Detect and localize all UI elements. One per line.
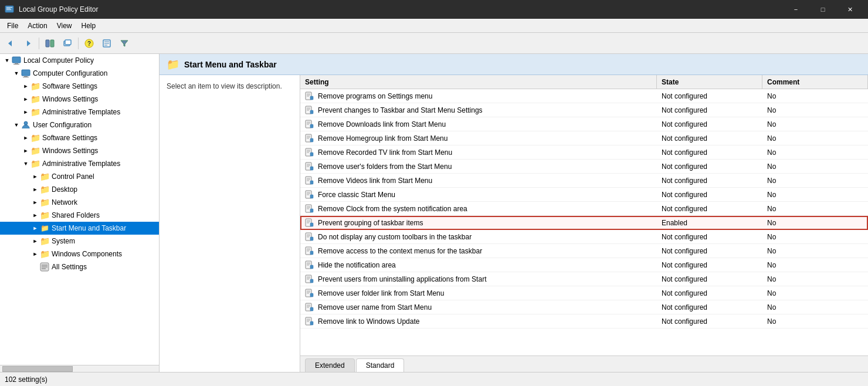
settings-row-name: Do not display any custom toolbars in th… [318, 233, 657, 241]
settings-row[interactable]: Prevent changes to Taskbar and Start Men… [300, 103, 868, 117]
expander-admin-templates-user[interactable]: ▼ [21, 159, 30, 168]
tree-item-local-computer-policy[interactable]: ▼ Local Computer Policy [0, 54, 159, 67]
policy-row-icon [300, 246, 318, 256]
expander-shared-folders[interactable]: ► [30, 211, 40, 220]
tree-item-computer-config[interactable]: ▼ Computer Configuration [0, 67, 159, 80]
tree-label-windows-settings-comp: Windows Settings [42, 95, 98, 103]
settings-row[interactable]: Remove Clock from the system notificatio… [300, 202, 868, 216]
tree-hscrollbar-thumb[interactable] [2, 366, 73, 372]
settings-row[interactable]: Remove Homegroup link from Start MenuNot… [300, 131, 868, 145]
expander-system[interactable]: ► [30, 236, 40, 246]
tree-item-network[interactable]: ► 📁 Network [0, 196, 159, 209]
settings-panel: Setting State Comment Remove programs on… [300, 75, 868, 372]
expander-user-config[interactable]: ▼ [12, 120, 21, 130]
tree-item-software-settings-comp[interactable]: ► 📁 Software Settings [0, 80, 159, 93]
settings-row-state: Not configured [657, 106, 762, 114]
expander-start-menu-taskbar[interactable]: ► [30, 224, 40, 233]
settings-row[interactable]: Remove Recorded TV link from Start MenuN… [300, 145, 868, 160]
menu-action[interactable]: Action [23, 21, 52, 31]
expander-computer-config[interactable]: ▼ [12, 69, 21, 78]
menu-view[interactable]: View [52, 21, 77, 31]
tree-hscrollbar[interactable] [0, 365, 159, 372]
folder-desktop-icon: 📁 [40, 185, 49, 194]
settings-row[interactable]: Prevent grouping of taskbar itemsEnabled… [300, 216, 868, 230]
expander-windows-components[interactable]: ► [30, 249, 40, 259]
folder-software-settings-comp-icon: 📁 [30, 82, 40, 91]
settings-row-comment: No [762, 233, 868, 241]
tree-item-software-settings-user[interactable]: ► 📁 Software Settings [0, 131, 159, 144]
filter-button[interactable] [116, 35, 133, 52]
settings-row[interactable]: Remove user folder link from Start MenuN… [300, 286, 868, 300]
tree-item-windows-settings-user[interactable]: ► 📁 Windows Settings [0, 144, 159, 157]
settings-header: Setting State Comment [300, 75, 868, 89]
forward-button[interactable] [20, 35, 36, 52]
svg-rect-69 [310, 209, 313, 212]
settings-row[interactable]: Hide the notification areaNot configured… [300, 258, 868, 272]
svg-rect-2 [6, 8, 11, 9]
settings-row-comment: No [762, 303, 868, 311]
tab-standard[interactable]: Standard [356, 358, 405, 372]
settings-row[interactable]: Force classic Start MenuNot configuredNo [300, 188, 868, 202]
policy-row-icon [300, 92, 318, 101]
settings-row-state: Not configured [657, 92, 762, 100]
tree-item-admin-templates-comp[interactable]: ► 📁 Administrative Templates [0, 106, 159, 118]
expander-local-computer-policy[interactable]: ▼ [2, 56, 12, 65]
tree-item-all-settings[interactable]: All Settings [0, 260, 159, 273]
tree-item-system[interactable]: ► 📁 System [0, 235, 159, 248]
folder-start-menu-taskbar-icon: 📁 [40, 224, 49, 233]
maximize-button[interactable]: □ [809, 0, 836, 19]
settings-row-comment: No [762, 148, 868, 157]
expander-control-panel[interactable]: ► [30, 172, 40, 181]
expander-admin-templates-comp[interactable]: ► [21, 107, 30, 117]
new-window-button[interactable] [59, 35, 76, 52]
settings-row[interactable]: Remove Downloads link from Start MenuNot… [300, 117, 868, 131]
export-list-button[interactable] [99, 35, 115, 52]
tree-item-desktop[interactable]: ► 📁 Desktop [0, 183, 159, 196]
settings-row[interactable]: Remove user's folders from the Start Men… [300, 160, 868, 174]
tree-label-admin-templates-comp: Administrative Templates [42, 108, 120, 116]
right-body: Select an item to view its description. … [160, 75, 868, 372]
settings-row-state: Not configured [657, 289, 762, 297]
settings-row[interactable]: Remove link to Windows UpdateNot configu… [300, 314, 868, 329]
settings-row-comment: No [762, 219, 868, 227]
col-header-state[interactable]: State [657, 75, 762, 89]
show-hide-console-tree-button[interactable] [42, 35, 58, 52]
col-header-setting[interactable]: Setting [300, 75, 657, 89]
tree-item-windows-components[interactable]: ► 📁 Windows Components [0, 248, 159, 260]
settings-row[interactable]: Remove user name from Start MenuNot conf… [300, 300, 868, 314]
tree-item-shared-folders[interactable]: ► 📁 Shared Folders [0, 209, 159, 222]
folder-system-icon: 📁 [40, 236, 49, 246]
close-button[interactable]: ✕ [836, 0, 863, 19]
menu-help[interactable]: Help [77, 21, 101, 31]
settings-row[interactable]: Do not display any custom toolbars in th… [300, 230, 868, 244]
expander-software-settings-user[interactable]: ► [21, 133, 30, 143]
col-header-comment[interactable]: Comment [762, 75, 868, 89]
back-button[interactable] [2, 35, 19, 52]
expander-network[interactable]: ► [30, 198, 40, 207]
menu-file[interactable]: File [2, 21, 23, 31]
expander-software-settings-comp[interactable]: ► [21, 82, 30, 91]
window-title: Local Group Policy Editor [19, 5, 782, 13]
help-button[interactable]: ? [81, 35, 97, 52]
expander-desktop[interactable]: ► [30, 185, 40, 194]
minimize-button[interactable]: − [782, 0, 809, 19]
description-text: Select an item to view its description. [167, 82, 282, 90]
settings-row[interactable]: Prevent users from uninstalling applicat… [300, 272, 868, 286]
tree-item-windows-settings-comp[interactable]: ► 📁 Windows Settings [0, 93, 159, 106]
svg-rect-29 [310, 96, 313, 100]
tree-item-start-menu-taskbar[interactable]: ► 📁 Start Menu and Taskbar [0, 222, 159, 235]
settings-row[interactable]: Remove Videos link from Start MenuNot co… [300, 174, 868, 188]
settings-row[interactable]: Remove access to the context menus for t… [300, 244, 868, 258]
tab-extended[interactable]: Extended [305, 358, 355, 372]
expander-windows-settings-user[interactable]: ► [21, 146, 30, 155]
settings-row[interactable]: Remove programs on Settings menuNot conf… [300, 89, 868, 103]
settings-row-comment: No [762, 289, 868, 297]
expander-windows-settings-comp[interactable]: ► [21, 94, 30, 104]
settings-row-state: Not configured [657, 261, 762, 269]
tree-item-control-panel[interactable]: ► 📁 Control Panel [0, 170, 159, 183]
settings-row-state: Not configured [657, 162, 762, 171]
tree-label-local-computer-policy: Local Computer Policy [23, 56, 94, 65]
tree-item-user-config[interactable]: ▼ User Configuration [0, 118, 159, 131]
tree-label-software-settings-comp: Software Settings [42, 82, 97, 90]
tree-item-admin-templates-user[interactable]: ▼ 📁 Administrative Templates [0, 157, 159, 170]
